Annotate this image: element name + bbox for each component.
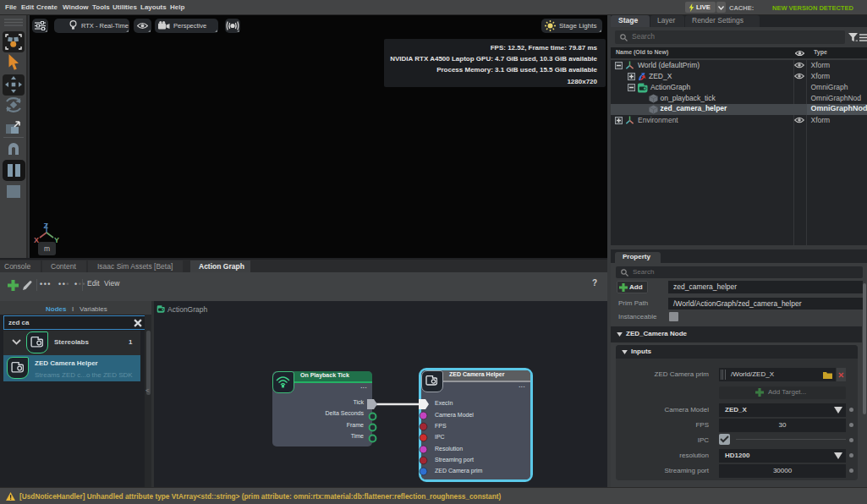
svg-text:Z: Z	[44, 222, 49, 230]
